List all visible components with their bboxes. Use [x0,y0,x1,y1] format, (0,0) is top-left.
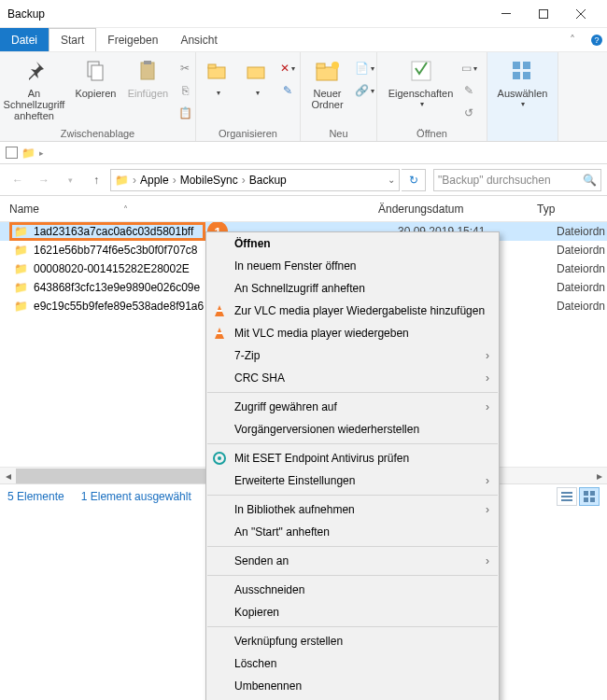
details-view-button[interactable] [557,487,577,506]
chevron-right-icon: › [486,554,489,567]
chevron-right-icon: › [171,174,178,187]
svg-rect-11 [208,64,216,68]
new-folder-icon [313,56,343,86]
column-name[interactable]: Name˄ [9,203,378,216]
context-menu-item[interactable]: Mit VLC media player wiedergeben [206,322,499,344]
context-menu-item[interactable]: An Schnellzugriff anheften [206,277,499,300]
file-type: Dateiordn [557,300,607,313]
context-menu-label: Erweiterte Einstellungen [234,474,355,487]
context-menu-item[interactable]: Mit ESET Endpoint Antivirus prüfen [206,447,499,469]
svg-rect-33 [590,497,595,502]
context-menu-label: Löschen [234,657,276,670]
select-button[interactable]: Auswählen ▾ [494,54,552,112]
context-menu-label: 7-Zip [234,349,260,362]
context-menu-label: CRC SHA [234,371,285,385]
title-bar: Backup [0,0,607,28]
context-menu-item[interactable]: Vorgängerversionen wiederherstellen [206,418,499,441]
scroll-left-icon[interactable]: ◂ [0,469,16,483]
folder-icon: 📁 [21,147,35,160]
svg-rect-29 [561,499,572,501]
chevron-right-icon: › [486,503,489,516]
open-icon[interactable]: ▭▾ [459,58,479,78]
search-input[interactable]: "Backup" durchsuchen 🔍 [433,169,601,191]
column-date[interactable]: Änderungsdatum [378,203,537,216]
context-menu: ÖffnenIn neuem Fenster öffnenAn Schnellz… [205,231,500,700]
tab-freigeben[interactable]: Freigeben [96,28,169,51]
rename-icon[interactable]: ✎ [277,80,298,101]
moveto-button[interactable]: ▾ [199,54,236,101]
pin-button[interactable]: An Schnellzugriff anheften [0,54,68,123]
tab-ansicht[interactable]: Ansicht [169,28,228,51]
paste-icon [133,56,162,86]
context-menu-label: Kopieren [234,606,279,619]
context-menu-label: Mit VLC media player wiedergeben [234,327,409,340]
file-menu[interactable]: Datei [0,28,49,51]
copy-path-icon[interactable]: ⎘ [175,80,195,101]
context-menu-label: Ausschneiden [234,583,304,596]
column-header: Name˄ Änderungsdatum Typ [0,196,607,222]
tab-start[interactable]: Start [49,28,96,51]
select-all-checkbox[interactable] [6,147,18,159]
recent-locations[interactable]: ▾ [58,168,82,192]
context-menu-item[interactable]: Verknüpfung erstellen [206,630,499,652]
breadcrumb[interactable]: 📁 › Apple › MobileSync › Backup ⌄ [110,169,400,191]
history-icon[interactable]: ↺ [459,103,479,123]
maximize-button[interactable] [525,0,562,28]
file-type: Dateiordn [557,225,607,238]
easy-access-icon[interactable]: 🔗▾ [355,80,375,101]
cut-icon[interactable]: ✂ [175,58,195,78]
address-bar-row: ← → ▾ ↑ 📁 › Apple › MobileSync › Backup … [0,164,607,196]
folder-icon: 📁 [115,174,129,187]
group-label: Zwischenablage [61,127,135,141]
svg-rect-20 [523,72,530,79]
help-button[interactable]: ? [586,28,607,51]
context-menu-item[interactable]: Kopieren [206,601,499,623]
context-menu-item[interactable]: Erweiterte Einstellungen› [206,469,499,492]
scroll-right-icon[interactable]: ▸ [591,469,607,483]
minimize-button[interactable] [487,0,525,28]
new-folder-button[interactable]: Neuer Ordner [303,54,353,112]
context-menu-item[interactable]: Zugriff gewähren auf› [206,396,499,418]
svg-rect-14 [317,63,325,68]
paste-shortcut-icon[interactable]: 📋 [175,103,195,123]
context-menu-label: Öffnen [234,237,271,250]
copyto-button[interactable]: ▾ [238,54,275,101]
context-menu-item[interactable]: An "Start" anheften [206,521,499,543]
forward-button[interactable]: → [32,168,56,192]
svg-rect-1 [540,9,548,18]
context-menu-item[interactable]: In Bibliothek aufnehmen› [206,498,499,521]
new-item-icon[interactable]: 📄▾ [355,58,375,78]
menu-separator [207,575,498,576]
context-menu-item[interactable]: In neuem Fenster öffnen [206,255,499,277]
breadcrumb-dropdown[interactable]: ⌄ [388,175,395,185]
context-menu-item[interactable]: CRC SHA› [206,367,499,389]
edit-icon[interactable]: ✎ [459,80,479,101]
delete-icon[interactable]: ✕▾ [277,58,298,78]
menu-bar: Datei Start Freigeben Ansicht ˄ ? [0,28,607,52]
close-button[interactable] [562,0,600,28]
paste-button[interactable]: Einfügen [122,54,173,101]
properties-button[interactable]: Eigenschaften ▾ [385,54,458,112]
context-menu-item[interactable]: Ausschneiden [206,579,499,601]
copyto-icon [242,56,272,86]
ribbon-expand[interactable]: ˄ [558,28,586,51]
copy-button[interactable]: Kopieren [70,54,120,101]
context-menu-item[interactable]: Öffnen [206,232,499,255]
chevron-right-icon: › [486,371,489,385]
svg-rect-24 [217,332,222,334]
context-menu-item[interactable]: Löschen [206,652,499,675]
up-button[interactable]: ↑ [84,168,108,192]
context-menu-item[interactable]: 7-Zip› [206,344,499,367]
thumbnails-view-button[interactable] [579,487,600,506]
column-type[interactable]: Typ [537,203,607,216]
group-label: Organisieren [219,127,277,141]
context-menu-item[interactable]: Zur VLC media player Wiedergabeliste hin… [206,300,499,322]
vlc-icon [212,326,227,341]
chevron-down-icon: ▾ [420,99,424,110]
refresh-button[interactable]: ↻ [402,169,426,191]
context-menu-item[interactable]: Senden an› [206,550,499,572]
back-button[interactable]: ← [6,168,30,192]
chevron-right-icon: ▸ [39,148,44,158]
context-menu-item[interactable]: Umbenennen [206,675,499,697]
quickaccess-strip: 📁 ▸ [0,142,607,164]
